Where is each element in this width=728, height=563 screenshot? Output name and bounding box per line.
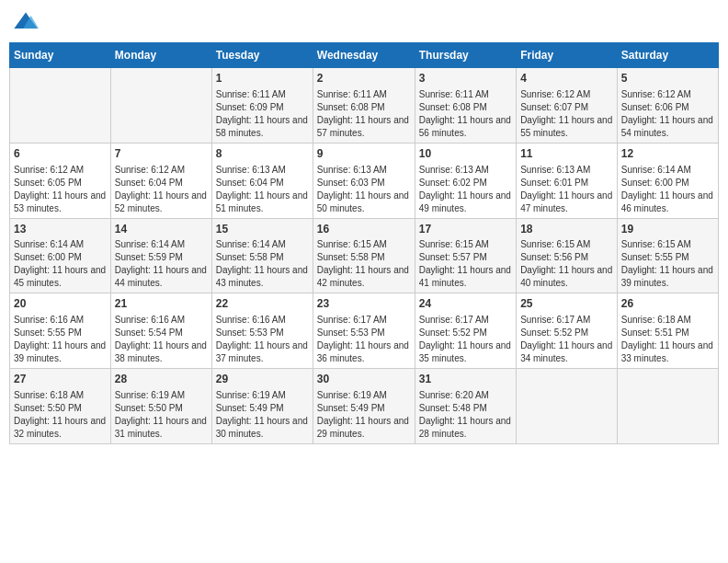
- day-number: 19: [621, 222, 714, 237]
- daylight-text: Daylight: 11 hours and 45 minutes.: [14, 265, 106, 288]
- sunset-text: Sunset: 5:54 PM: [115, 327, 183, 338]
- sunset-text: Sunset: 5:53 PM: [216, 327, 284, 338]
- sunset-text: Sunset: 6:08 PM: [317, 102, 385, 112]
- daylight-text: Daylight: 11 hours and 34 minutes.: [520, 340, 612, 363]
- calendar-cell: 1Sunrise: 6:11 AMSunset: 6:09 PMDaylight…: [211, 68, 313, 144]
- calendar-cell: 18Sunrise: 6:15 AMSunset: 5:56 PMDayligh…: [517, 218, 618, 293]
- sunrise-text: Sunrise: 6:13 AM: [317, 165, 387, 175]
- day-number: 26: [621, 296, 714, 312]
- calendar-cell: 15Sunrise: 6:14 AMSunset: 5:58 PMDayligh…: [211, 218, 313, 293]
- daylight-text: Daylight: 11 hours and 46 minutes.: [621, 190, 713, 213]
- calendar-cell: 24Sunrise: 6:17 AMSunset: 5:52 PMDayligh…: [415, 293, 516, 369]
- sunrise-text: Sunrise: 6:14 AM: [621, 165, 691, 175]
- day-number: 9: [317, 146, 411, 162]
- daylight-text: Daylight: 11 hours and 32 minutes.: [14, 416, 106, 439]
- day-number: 5: [621, 71, 714, 86]
- sunrise-text: Sunrise: 6:15 AM: [621, 239, 691, 249]
- calendar-cell: 2Sunrise: 6:11 AMSunset: 6:08 PMDaylight…: [313, 68, 415, 144]
- sunset-text: Sunset: 5:49 PM: [317, 403, 385, 413]
- daylight-text: Daylight: 11 hours and 29 minutes.: [317, 416, 409, 439]
- sunset-text: Sunset: 5:59 PM: [115, 252, 183, 262]
- daylight-text: Daylight: 11 hours and 47 minutes.: [520, 190, 612, 213]
- col-sunday: Sunday: [10, 43, 111, 68]
- sunset-text: Sunset: 5:48 PM: [419, 403, 487, 413]
- calendar-cell: [110, 68, 211, 144]
- col-monday: Monday: [110, 43, 211, 68]
- calendar-cell: 9Sunrise: 6:13 AMSunset: 6:03 PMDaylight…: [313, 143, 415, 218]
- sunset-text: Sunset: 6:08 PM: [419, 102, 487, 112]
- daylight-text: Daylight: 11 hours and 43 minutes.: [216, 265, 308, 288]
- sunset-text: Sunset: 5:57 PM: [419, 252, 487, 262]
- sunrise-text: Sunrise: 6:16 AM: [14, 315, 84, 325]
- day-number: 27: [14, 372, 107, 387]
- daylight-text: Daylight: 11 hours and 54 minutes.: [621, 115, 713, 138]
- calendar-cell: 14Sunrise: 6:14 AMSunset: 5:59 PMDayligh…: [110, 218, 211, 293]
- calendar-cell: 25Sunrise: 6:17 AMSunset: 5:52 PMDayligh…: [517, 293, 618, 369]
- sunrise-text: Sunrise: 6:16 AM: [115, 315, 185, 325]
- sunset-text: Sunset: 5:52 PM: [520, 327, 588, 338]
- sunrise-text: Sunrise: 6:14 AM: [115, 239, 185, 249]
- sunrise-text: Sunrise: 6:12 AM: [621, 89, 691, 99]
- sunset-text: Sunset: 5:58 PM: [216, 252, 284, 262]
- sunrise-text: Sunrise: 6:16 AM: [216, 315, 286, 325]
- sunset-text: Sunset: 5:55 PM: [621, 252, 689, 262]
- day-number: 7: [115, 146, 208, 162]
- sunrise-text: Sunrise: 6:13 AM: [520, 165, 590, 175]
- day-number: 24: [419, 296, 512, 312]
- calendar-cell: 13Sunrise: 6:14 AMSunset: 6:00 PMDayligh…: [10, 218, 111, 293]
- sunrise-text: Sunrise: 6:15 AM: [520, 239, 590, 249]
- calendar-cell: 21Sunrise: 6:16 AMSunset: 5:54 PMDayligh…: [110, 293, 211, 369]
- calendar-cell: 8Sunrise: 6:13 AMSunset: 6:04 PMDaylight…: [211, 143, 313, 218]
- day-number: 18: [520, 222, 613, 237]
- sunrise-text: Sunrise: 6:13 AM: [216, 165, 286, 175]
- sunset-text: Sunset: 5:52 PM: [419, 327, 487, 338]
- day-number: 28: [115, 372, 208, 387]
- sunset-text: Sunset: 6:05 PM: [14, 178, 82, 188]
- daylight-text: Daylight: 11 hours and 51 minutes.: [216, 190, 308, 213]
- sunset-text: Sunset: 5:55 PM: [14, 327, 82, 338]
- calendar-cell: 10Sunrise: 6:13 AMSunset: 6:02 PMDayligh…: [415, 143, 516, 218]
- calendar-cell: [617, 369, 718, 444]
- calendar-cell: 3Sunrise: 6:11 AMSunset: 6:08 PMDaylight…: [415, 68, 516, 144]
- calendar-cell: 28Sunrise: 6:19 AMSunset: 5:50 PMDayligh…: [110, 369, 211, 444]
- calendar-cell: 22Sunrise: 6:16 AMSunset: 5:53 PMDayligh…: [211, 293, 313, 369]
- logo-icon: [13, 9, 39, 35]
- daylight-text: Daylight: 11 hours and 28 minutes.: [419, 416, 511, 439]
- daylight-text: Daylight: 11 hours and 42 minutes.: [317, 265, 409, 288]
- sunset-text: Sunset: 6:04 PM: [115, 178, 183, 188]
- sunset-text: Sunset: 5:49 PM: [216, 403, 284, 413]
- calendar-week-3: 13Sunrise: 6:14 AMSunset: 6:00 PMDayligh…: [10, 218, 719, 293]
- calendar-week-2: 6Sunrise: 6:12 AMSunset: 6:05 PMDaylight…: [10, 143, 719, 218]
- sunrise-text: Sunrise: 6:19 AM: [115, 390, 185, 400]
- calendar-week-4: 20Sunrise: 6:16 AMSunset: 5:55 PMDayligh…: [10, 293, 719, 369]
- daylight-text: Daylight: 11 hours and 55 minutes.: [520, 115, 612, 138]
- daylight-text: Daylight: 11 hours and 30 minutes.: [216, 416, 308, 439]
- calendar-cell: 23Sunrise: 6:17 AMSunset: 5:53 PMDayligh…: [313, 293, 415, 369]
- sunrise-text: Sunrise: 6:17 AM: [419, 315, 489, 325]
- sunset-text: Sunset: 6:07 PM: [520, 102, 588, 112]
- sunrise-text: Sunrise: 6:18 AM: [14, 390, 84, 400]
- day-number: 1: [216, 71, 309, 86]
- daylight-text: Daylight: 11 hours and 40 minutes.: [520, 265, 612, 288]
- day-number: 17: [419, 222, 512, 237]
- sunset-text: Sunset: 6:06 PM: [621, 102, 689, 112]
- daylight-text: Daylight: 11 hours and 36 minutes.: [317, 340, 409, 363]
- calendar-cell: 12Sunrise: 6:14 AMSunset: 6:00 PMDayligh…: [617, 143, 718, 218]
- daylight-text: Daylight: 11 hours and 35 minutes.: [419, 340, 511, 363]
- day-number: 11: [520, 146, 613, 162]
- day-number: 30: [317, 372, 411, 387]
- day-number: 13: [14, 222, 107, 237]
- sunset-text: Sunset: 5:53 PM: [317, 327, 385, 338]
- calendar-cell: 11Sunrise: 6:13 AMSunset: 6:01 PMDayligh…: [517, 143, 618, 218]
- col-friday: Friday: [517, 43, 618, 68]
- sunset-text: Sunset: 6:02 PM: [419, 178, 487, 188]
- day-number: 14: [115, 222, 208, 237]
- calendar-header: Sunday Monday Tuesday Wednesday Thursday…: [10, 43, 719, 68]
- daylight-text: Daylight: 11 hours and 37 minutes.: [216, 340, 308, 363]
- daylight-text: Daylight: 11 hours and 38 minutes.: [115, 340, 207, 363]
- sunrise-text: Sunrise: 6:11 AM: [419, 89, 489, 99]
- calendar-cell: 26Sunrise: 6:18 AMSunset: 5:51 PMDayligh…: [617, 293, 718, 369]
- header-row: Sunday Monday Tuesday Wednesday Thursday…: [10, 43, 719, 68]
- daylight-text: Daylight: 11 hours and 41 minutes.: [419, 265, 511, 288]
- sunrise-text: Sunrise: 6:17 AM: [520, 315, 590, 325]
